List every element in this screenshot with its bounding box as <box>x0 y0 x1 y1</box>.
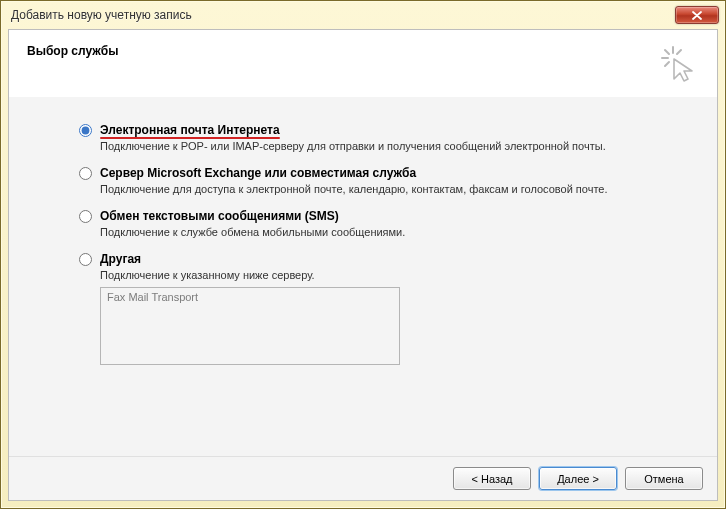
radio-internet-email[interactable] <box>79 124 92 137</box>
option-exchange-label: Сервер Microsoft Exchange или совместима… <box>100 166 416 180</box>
svg-line-2 <box>665 50 669 54</box>
wizard-footer: < Назад Далее > Отмена <box>9 456 717 500</box>
option-exchange-desc: Подключение для доступа к электронной по… <box>100 183 697 195</box>
svg-line-4 <box>665 62 669 66</box>
radio-exchange[interactable] <box>79 167 92 180</box>
radio-other[interactable] <box>79 253 92 266</box>
close-icon <box>692 11 702 20</box>
page-title: Выбор службы <box>27 44 118 58</box>
list-item[interactable]: Fax Mail Transport <box>107 291 393 303</box>
titlebar: Добавить новую учетную запись <box>1 1 725 29</box>
radio-sms[interactable] <box>79 210 92 223</box>
cancel-button[interactable]: Отмена <box>625 467 703 490</box>
wizard-header: Выбор службы <box>9 30 717 96</box>
close-button[interactable] <box>675 6 719 24</box>
option-sms-desc: Подключение к службе обмена мобильными с… <box>100 226 697 238</box>
option-sms: Обмен текстовыми сообщениями (SMS) Подкл… <box>79 209 697 238</box>
option-internet-label: Электронная почта Интернета <box>100 123 280 137</box>
option-internet-desc: Подключение к POP- или IMAP-серверу для … <box>100 140 697 152</box>
option-internet-row[interactable]: Электронная почта Интернета <box>79 123 697 137</box>
option-other-label: Другая <box>100 252 141 266</box>
option-other-desc: Подключение к указанному ниже серверу. <box>100 269 697 281</box>
option-sms-label: Обмен текстовыми сообщениями (SMS) <box>100 209 339 223</box>
options-panel: Электронная почта Интернета Подключение … <box>9 97 717 456</box>
other-server-listbox[interactable]: Fax Mail Transport <box>100 287 400 365</box>
client-area: Выбор службы Эл <box>8 29 718 501</box>
option-other: Другая Подключение к указанному ниже сер… <box>79 252 697 365</box>
window-title: Добавить новую учетную запись <box>11 8 675 22</box>
cursor-sparkle-icon <box>659 44 699 84</box>
option-internet-email: Электронная почта Интернета Подключение … <box>79 123 697 152</box>
option-exchange-row[interactable]: Сервер Microsoft Exchange или совместима… <box>79 166 697 180</box>
back-button[interactable]: < Назад <box>453 467 531 490</box>
option-other-row[interactable]: Другая <box>79 252 697 266</box>
dialog-window: Добавить новую учетную запись Выбор служ… <box>0 0 726 509</box>
next-button[interactable]: Далее > <box>539 467 617 490</box>
svg-line-3 <box>677 50 681 54</box>
option-exchange: Сервер Microsoft Exchange или совместима… <box>79 166 697 195</box>
option-sms-row[interactable]: Обмен текстовыми сообщениями (SMS) <box>79 209 697 223</box>
